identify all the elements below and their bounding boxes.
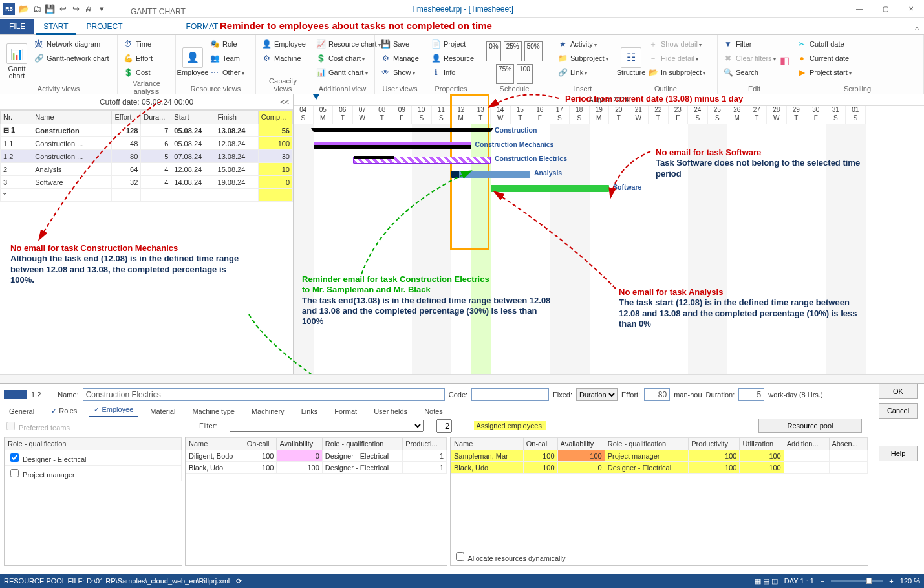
dtab-general[interactable]: General — [4, 406, 39, 417]
gantt-pane[interactable]: August 2024 0405060708091011121314151617… — [294, 94, 924, 374]
filter-count[interactable] — [436, 419, 452, 433]
horizontal-scrollbar[interactable] — [0, 374, 924, 383]
col-effort[interactable]: Effort — [112, 111, 141, 124]
col-start[interactable]: Start — [171, 111, 215, 124]
eraser-icon[interactable]: ◧ — [780, 54, 790, 67]
table-row[interactable]: 3Software32414.08.2419.08.240 — [1, 176, 293, 189]
rq1-check[interactable] — [10, 453, 19, 462]
qat-dropdown-icon[interactable]: ▾ — [96, 3, 107, 15]
filter-button[interactable]: ▼Filter — [722, 38, 777, 50]
gantt-bar[interactable] — [314, 128, 491, 132]
filter-select[interactable] — [230, 420, 424, 432]
resource-chart-button[interactable]: 📈Resource chart — [314, 38, 382, 50]
table-row[interactable]: 1.2Construction ...80507.08.2413.08.2430 — [1, 150, 293, 163]
clear-filters-button[interactable]: ✖Clear filters — [722, 52, 777, 65]
rh-add[interactable]: Addition... — [784, 438, 829, 450]
allocate-check[interactable] — [456, 552, 464, 561]
list-item[interactable]: Black, Udo1000Designer - Electrical10010… — [451, 462, 868, 474]
info-button[interactable]: ℹInfo — [429, 66, 475, 79]
ok-button[interactable]: OK — [879, 384, 918, 399]
col-dur[interactable]: Dura... — [141, 111, 171, 124]
refresh-icon[interactable]: ⟳ — [236, 577, 242, 585]
mh-prod[interactable]: Producti... — [403, 438, 447, 450]
resource-prop-button[interactable]: 👤Resource — [429, 52, 475, 65]
task-table[interactable]: Nr. Name Effort Dura... Start Finish Com… — [0, 110, 293, 202]
activity-insert-button[interactable]: ★Activity — [556, 38, 610, 50]
close-button[interactable]: ✕ — [898, 2, 924, 16]
project-start-button[interactable]: ▶Project start — [795, 66, 853, 79]
view-icons[interactable]: ▦ ▤ ◫ — [755, 577, 778, 585]
mh-name[interactable]: Name — [186, 438, 244, 450]
fixed-select[interactable]: Duration — [576, 388, 618, 401]
rh-rq[interactable]: Role - qualification — [605, 438, 688, 450]
zoom-out-icon[interactable]: − — [821, 577, 824, 585]
qat-save-icon[interactable]: 💾 — [44, 3, 56, 15]
name-input[interactable] — [83, 388, 445, 401]
qat-undo-icon[interactable]: ↩ — [57, 3, 69, 15]
effort-button[interactable]: 💪Effort — [122, 52, 154, 65]
dtab-material[interactable]: Material — [145, 406, 180, 417]
tab-start[interactable]: START — [34, 19, 77, 34]
sched-icon[interactable]: 0% — [486, 41, 500, 61]
table-row[interactable]: 1.1Construction ...48605.08.2412.08.2410… — [1, 137, 293, 150]
resource-pool-button[interactable]: Resource pool — [758, 419, 862, 433]
subproject-button[interactable]: 📁Subproject — [556, 52, 610, 65]
project-prop-button[interactable]: 📄Project — [429, 38, 475, 50]
rh-oncall[interactable]: On-call — [523, 438, 557, 450]
cutoff-date-button[interactable]: ✂Cutoff date — [795, 38, 853, 50]
maximize-button[interactable]: ▢ — [872, 2, 898, 16]
cancel-button[interactable]: Cancel — [879, 403, 918, 419]
sched-icon[interactable]: 25% — [504, 41, 522, 61]
structure-button[interactable]: ☷Structure — [618, 36, 644, 84]
help-button[interactable]: Help — [879, 446, 918, 461]
dtab-roles[interactable]: Roles — [46, 405, 82, 417]
cap-employee-button[interactable]: 👤Employee — [260, 38, 307, 50]
dtab-links[interactable]: Links — [296, 406, 323, 417]
show-detail-button[interactable]: ＋Show detail — [647, 38, 707, 50]
mh-avail[interactable]: Availability — [277, 438, 322, 450]
list-item[interactable]: Black, Udo100100Designer - Electrical1 — [186, 462, 447, 474]
dtab-machinery[interactable]: Machinery — [246, 406, 290, 417]
col-finish[interactable]: Finish — [215, 111, 258, 124]
cap-machine-button[interactable]: ⚙Machine — [260, 52, 307, 65]
gantt-network-button[interactable]: 🔗Gantt-network chart — [32, 52, 111, 65]
code-input[interactable] — [471, 388, 549, 401]
qat-folder-icon[interactable]: 🗂 — [31, 3, 43, 15]
rh-name[interactable]: Name — [451, 438, 524, 450]
time-button[interactable]: ⏱Time — [122, 38, 154, 50]
sched-icon[interactable]: 100 — [517, 64, 533, 84]
other-button[interactable]: ⋯Other — [208, 66, 246, 79]
rh-avail[interactable]: Availability — [557, 438, 605, 450]
rq2-check[interactable] — [10, 469, 19, 477]
gantt-bar[interactable] — [491, 185, 609, 192]
col-name[interactable]: Name — [32, 111, 112, 124]
cost-button[interactable]: 💲Cost — [122, 66, 154, 79]
dtab-format[interactable]: Format — [329, 406, 362, 417]
in-subproject-button[interactable]: 📂In subproject — [647, 66, 707, 79]
save-view-button[interactable]: 💾Save — [379, 38, 420, 50]
gantt-chart-button[interactable]: 📊Gantt chart — [4, 36, 30, 84]
search-button[interactable]: 🔍Search — [722, 66, 777, 79]
list-item[interactable]: Diligent, Bodo1000Designer - Electrical1 — [186, 450, 447, 462]
hide-detail-button[interactable]: －Hide detail — [647, 52, 707, 65]
gantt-bar[interactable] — [314, 142, 471, 149]
rq-row[interactable]: Project manager — [5, 466, 182, 481]
rq-header[interactable]: Role - qualification — [5, 438, 182, 450]
table-row[interactable]: 2Analysis64412.08.2415.08.2410 — [1, 163, 293, 176]
current-date-button[interactable]: ●Current date — [795, 52, 853, 65]
show-view-button[interactable]: 👁Show — [379, 66, 420, 79]
day-scale[interactable]: DAY 1 : 1 — [784, 577, 814, 585]
dtab-userfields[interactable]: User fields — [369, 406, 413, 417]
sched-icon[interactable]: 75% — [496, 64, 514, 84]
rh-util[interactable]: Utilization — [740, 438, 784, 450]
role-button[interactable]: 🎭Role — [208, 38, 246, 50]
gantt-bar[interactable] — [451, 171, 530, 178]
tab-file[interactable]: FILE — [0, 19, 34, 34]
duration-input[interactable] — [738, 388, 764, 401]
tab-project[interactable]: PROJECT — [78, 19, 132, 34]
col-comp[interactable]: Comp... — [258, 111, 292, 124]
list-item[interactable]: Sampleman, Mar100-100Project manager1001… — [451, 450, 868, 462]
dtab-machinetype[interactable]: Machine type — [187, 406, 239, 417]
collapse-ribbon-icon[interactable]: ^ — [915, 25, 924, 34]
qat-print-icon[interactable]: 🖨 — [83, 3, 94, 15]
